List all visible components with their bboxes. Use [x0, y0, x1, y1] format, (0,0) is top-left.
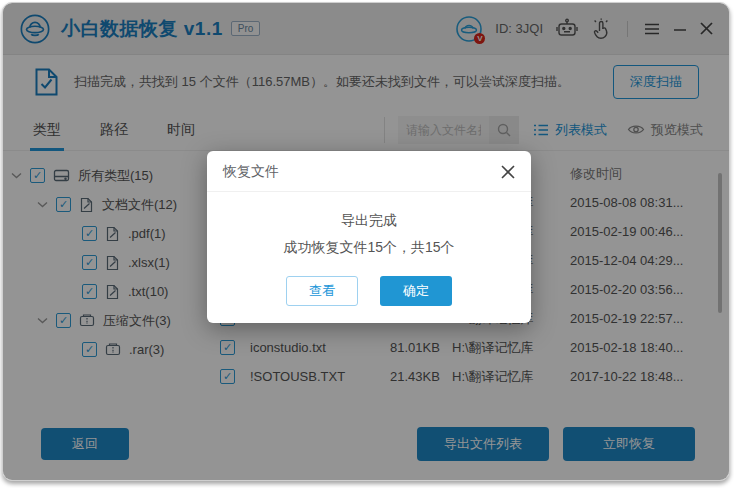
ok-button[interactable]: 确定: [380, 276, 452, 306]
dialog-close-icon[interactable]: [501, 165, 515, 179]
app-window: 小白数据恢复 v1.1 Pro V ID: 3JQI: [2, 2, 730, 481]
recover-dialog: 恢复文件 导出完成 成功恢复文件15个，共15个 查看 确定: [207, 151, 531, 323]
dialog-title: 恢复文件: [223, 163, 501, 181]
dialog-message-line1: 导出完成: [207, 212, 531, 230]
dialog-message-line2: 成功恢复文件15个，共15个: [207, 239, 531, 257]
view-button[interactable]: 查看: [286, 276, 358, 306]
